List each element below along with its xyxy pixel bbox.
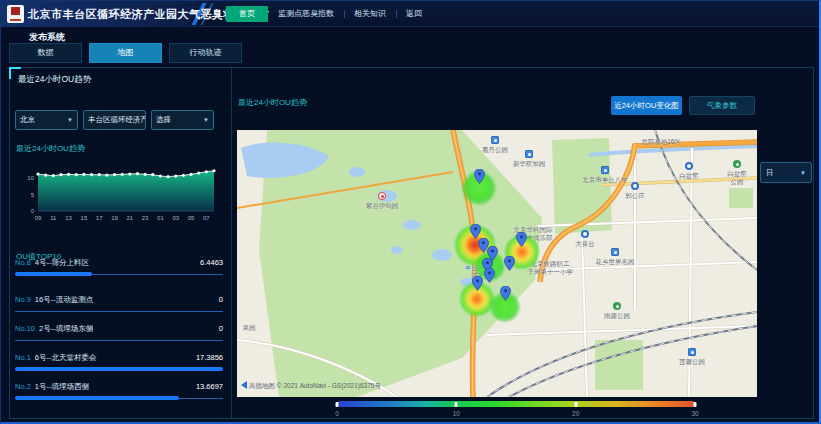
map-label: 看丹公园 [482,146,508,154]
row-rank: No.1 [15,353,31,362]
chevron-down-icon: ▼ [203,117,209,123]
svg-text:11: 11 [50,215,57,221]
filter-select-value: 北京 [20,115,35,125]
map-pin-icon[interactable] [504,256,515,275]
poi-icon [525,150,533,158]
map-label: 白盆窑 [679,172,699,180]
nav-item-3[interactable]: 返回 [396,6,432,22]
row-rank: No.2 [15,382,31,391]
row-label-line: No.16号--北天堂村委会17.3856 [15,353,223,363]
ou-change-chart-button[interactable]: 近24小时OU变化图 [611,96,682,115]
ou-trend-chart: 0510091113151719212301030507 [12,158,228,230]
top-header: 北京市丰台区循环经济产业园大气恶臭状况实时 首页监测点恶臭指数相关知识返回 [1,1,819,27]
subway-icon [581,230,589,238]
legend-marker [336,402,339,407]
map-label: 新华双加园 [513,160,546,168]
map-pin-icon[interactable] [474,169,485,188]
publish-tab-0[interactable]: 数据 [9,43,82,63]
row-bar-fill [15,367,223,371]
filter-select-value: 选择 [156,115,171,125]
publish-tab-2[interactable]: 行动轨迹 [169,43,242,63]
svg-text:23: 23 [142,215,149,221]
chevron-down-icon: ▼ [67,117,73,123]
table-row: No.16号--北天堂村委会17.3856 [15,353,223,371]
map-canvas[interactable]: 高德地图 © 2021 AutoNavi - GS(2021)6375号 看丹公… [237,130,757,397]
map-label: 果园 [243,324,256,332]
trend-chart-label: 最近24小时OU趋势 [16,143,85,154]
svg-text:13: 13 [65,215,72,221]
svg-text:15: 15 [81,215,88,221]
map-label: 大葆台 [575,240,595,248]
time-granularity-select[interactable]: 日 ▼ [760,162,812,183]
filter-select-0[interactable]: 北京▼ [15,110,78,130]
map-label: 花乡世界名园 [596,258,635,266]
map-label: 紫谷伊甸园 [366,202,399,210]
weather-params-button[interactable]: 气象参数 [689,96,755,115]
map-label: 雨露公园 [604,312,630,320]
row-name: 16号--流动监测点 [35,295,93,305]
legend-tick-label: 30 [691,410,698,417]
svg-text:0: 0 [31,208,35,214]
legend-marker [574,402,577,407]
row-bar-fill [15,396,179,400]
scenic-icon [378,192,386,200]
map-pin-icon[interactable] [484,268,495,287]
svg-text:09: 09 [35,215,42,221]
publish-tabs: 数据地图行动轨迹 [9,43,242,63]
row-value: 0 [219,295,223,304]
nav-item-2[interactable]: 相关知识 [344,6,396,22]
map-attribution: 高德地图 © 2021 AutoNavi - GS(2021)6375号 [241,381,381,391]
map-pin-icon[interactable] [472,276,483,295]
map-pin-icon[interactable] [516,232,527,251]
row-rank: No.9 [15,295,31,304]
legend-tick-label: 20 [572,410,579,417]
svg-text:19: 19 [111,215,118,221]
svg-text:03: 03 [172,215,179,221]
filter-select-value: 丰台区循环经济产 [88,115,146,125]
nav-item-1[interactable]: 监测点恶臭指数 [268,6,344,22]
park-icon [733,160,741,168]
row-bar-track [15,309,223,313]
left-column: 北京▼丰台区循环经济产▼选择▼ 最近24小时OU趋势 0510091113151… [10,68,232,418]
map-pin-icon[interactable] [500,286,511,305]
legend-marker [694,402,697,407]
row-name: 1号--填埋场西侧 [35,382,89,392]
filter-select-2[interactable]: 选择▼ [151,110,214,130]
row-bar-track [15,338,223,342]
poi-icon [611,248,619,256]
filter-selects: 北京▼丰台区循环经济产▼选择▼ [15,110,214,130]
row-bar-fill [15,272,92,276]
row-value: 6.4463 [200,258,223,267]
svg-text:21: 21 [126,215,133,221]
table-row: No.84号--筛分上料区6.4463 [15,258,223,276]
ou-top-list: No.84号--筛分上料区6.4463No.916号--流动监测点0No.102… [15,258,223,411]
row-value: 0 [219,324,223,333]
main-panel: 最近24小时OU趋势 北京▼丰台区循环经济产▼选择▼ 最近24小时OU趋势 05… [9,67,814,419]
row-bar-track [15,396,223,400]
amap-logo-icon [241,381,247,389]
legend-tick-label: 10 [453,410,460,417]
map-section-title: 最近24小时OU趋势 [238,97,307,108]
dashboard-page: 北京市丰台区循环经济产业园大气恶臭状况实时 首页监测点恶臭指数相关知识返回 发布… [0,0,821,424]
map-label: 白盆窑公园 [727,170,747,186]
row-label-line: No.102号--填埋场东侧0 [15,324,223,334]
publish-tab-1[interactable]: 地图 [89,43,162,63]
row-rank: No.10 [15,324,35,333]
filter-select-1[interactable]: 丰台区循环经济产▼ [83,110,146,130]
svg-text:07: 07 [203,215,210,221]
legend-tick-label: 0 [335,410,339,417]
svg-text:05: 05 [188,215,195,221]
map-label: 莲馨公园 [679,358,705,366]
subway-icon [631,182,639,190]
nav-item-0[interactable]: 首页 [226,6,268,22]
map-label: 北京市丰台八中 [582,176,628,184]
chevron-down-icon: ▼ [800,170,806,176]
subway-icon [685,162,693,170]
map-label: 郭公庄 [625,192,645,200]
svg-text:17: 17 [96,215,103,221]
table-row: No.916号--流动监测点0 [15,295,223,313]
poi-icon [601,166,609,174]
row-label-line: No.916号--流动监测点0 [15,295,223,305]
svg-text:10: 10 [27,175,34,181]
park-icon [613,302,621,310]
